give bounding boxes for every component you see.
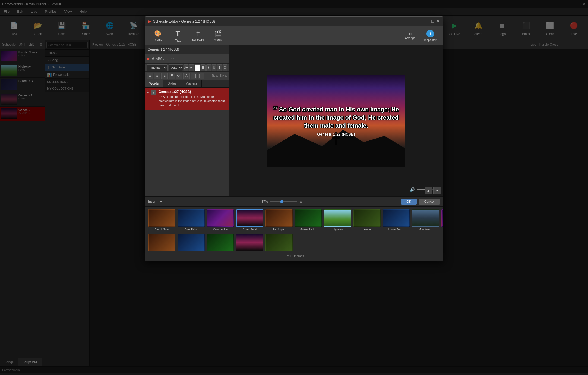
editor-minimize-btn[interactable]: ─ — [426, 19, 429, 24]
editor-toolbar: 🎨 Theme T Text ✝ Scripture 🎬 Media ⊞ Arr… — [145, 26, 443, 45]
volume-icon[interactable]: 🔊 — [410, 187, 415, 192]
editor-close-btn[interactable]: ✕ — [436, 19, 440, 24]
theme-item-1[interactable]: Blue Paint — [178, 209, 205, 231]
strikethrough-btn[interactable]: S — [217, 64, 222, 71]
fullscreen-btn[interactable]: ⊞ — [299, 200, 302, 204]
add-btn[interactable]: ▼ — [159, 200, 163, 204]
theme-row2-4[interactable] — [265, 234, 293, 251]
theme-row2-1[interactable] — [178, 234, 205, 251]
slide-num-0: 1 — [147, 90, 149, 107]
media-tool-btn[interactable]: 🎬 Media — [208, 28, 227, 44]
italic-btn[interactable]: I — [206, 64, 211, 71]
theme-thumb-10 — [441, 209, 443, 227]
format-bar-row2: Tahoma Auto A+ A- B I U S O — [145, 64, 229, 72]
tab-masters[interactable]: Masters — [181, 80, 202, 88]
zoom-slider[interactable] — [270, 201, 297, 202]
cancel-button[interactable]: Cancel — [419, 199, 440, 205]
preview-slide: 27 So God created man in His own image; … — [267, 75, 405, 167]
theme-row2-0[interactable] — [148, 234, 175, 251]
media-tool-icon: 🎬 — [214, 30, 222, 37]
align-right-btn[interactable]: ≡ — [161, 73, 168, 79]
color-swatch[interactable] — [195, 64, 200, 71]
indent-increase-btn[interactable]: |→ — [198, 73, 204, 79]
theme-item-0[interactable]: Beach Sunr — [148, 209, 175, 231]
slide-list: 1 ■ Genesis 1:27 (HCSB) 27 So God create… — [145, 88, 229, 196]
bold-btn[interactable]: B — [201, 64, 206, 71]
nav-arrows: ▲ ▼ — [425, 187, 441, 194]
editor-maximize-btn[interactable]: □ — [431, 19, 434, 24]
editor-bottom-right: OK Cancel — [401, 199, 440, 205]
theme-item-7[interactable]: Leaves — [353, 209, 381, 231]
prev-arrow[interactable]: ▲ — [425, 187, 432, 194]
preview-text-area: 27 So God created man in His own image; … — [267, 75, 405, 167]
theme-tool-btn[interactable]: 🎨 Theme — [148, 28, 167, 44]
theme-row2-thumb-1 — [178, 234, 205, 251]
editor-bottom-center: 37% ⊞ — [165, 200, 399, 204]
slide-body-0: 27 So God created man in His own image; … — [159, 95, 227, 107]
scripture-tool-label: Scripture — [192, 38, 204, 41]
next-arrow[interactable]: ▼ — [433, 187, 441, 194]
font-select[interactable]: Tahoma — [147, 64, 168, 71]
tab-words[interactable]: Words — [145, 80, 163, 88]
shadow-btn[interactable]: A◌ — [176, 73, 182, 79]
text-tool-btn[interactable]: T Text — [168, 28, 187, 44]
undo-btn[interactable]: ↩ — [166, 57, 170, 61]
fontsize-select[interactable]: Auto — [169, 64, 183, 71]
ok-button[interactable]: OK — [401, 199, 416, 205]
insert-label: Insert — [148, 200, 156, 204]
scripture-tool-icon: ✝ — [195, 30, 200, 37]
caps-btn[interactable]: A — [183, 73, 190, 79]
theme-item-3[interactable]: Cross Sunri — [236, 209, 263, 231]
align-extra-btn[interactable]: ⊽ — [169, 73, 175, 79]
theme-row2-thumb-0 — [148, 234, 175, 251]
theme-label-4: Fall Aspen — [265, 228, 293, 231]
editor-tool-sep — [230, 29, 230, 43]
arrange-tool-btn[interactable]: ⊞ Arrange — [401, 28, 420, 44]
tab-slides[interactable]: Slides — [163, 80, 181, 88]
underline-btn[interactable]: U — [212, 64, 216, 71]
editor-title-controls[interactable]: ─ □ ✕ — [426, 19, 440, 24]
verse-num: 27 — [273, 106, 277, 110]
format-bar-row3: ≡ ≡ ≡ ⊽ A◌ A ←| |→ Reset Styles — [145, 72, 229, 80]
align-left-btn[interactable]: ≡ — [147, 73, 153, 79]
theme-item-8[interactable]: Lower Tran... — [383, 209, 410, 231]
theme-thumb-9 — [412, 209, 439, 227]
theme-row2-2[interactable] — [207, 234, 234, 251]
arrange-tool-icon: ⊞ — [409, 32, 412, 36]
theme-label-3: Cross Sunri — [236, 228, 263, 231]
print-icon[interactable]: 🖨 — [151, 57, 155, 61]
spellcheck-icon[interactable]: ABC✓ — [156, 57, 165, 61]
undo-icon[interactable]: ▶ — [147, 56, 150, 61]
theme-thumb-6 — [324, 209, 351, 227]
theme-label-5: Green Radi... — [295, 228, 322, 231]
theme-item-9[interactable]: Mountain ... — [412, 209, 439, 231]
modal-overlay: ▶ Schedule Editor - Genesis 1:27 (HCSB) … — [0, 0, 588, 375]
theme-item-10[interactable]: Purple Cross — [441, 209, 443, 231]
theme-thumb-8 — [383, 209, 410, 227]
slide-item-0[interactable]: 1 ■ Genesis 1:27 (HCSB) 27 So God create… — [145, 88, 229, 110]
editor-item-title: Genesis 1:27 (HCSB) — [145, 45, 229, 54]
inspector-tool-btn[interactable]: ℹ Inspector — [421, 28, 440, 44]
redo-btn[interactable]: ↪ — [171, 57, 174, 61]
theme-label-6: Highway — [324, 228, 351, 231]
theme-item-2[interactable]: Communion — [207, 209, 234, 231]
theme-item-6[interactable]: Highway — [324, 209, 351, 231]
font-increase-btn[interactable]: A+ — [184, 64, 188, 71]
theme-thumb-3 — [236, 209, 263, 227]
text-tool-label: Text — [175, 39, 181, 42]
theme-item-5[interactable]: Green Radi... — [295, 209, 322, 231]
editor-title: ▶ Schedule Editor - Genesis 1:27 (HCSB) — [148, 19, 215, 23]
font-decrease-btn[interactable]: A- — [189, 64, 194, 71]
scripture-tool-btn[interactable]: ✝ Scripture — [188, 28, 207, 44]
slide-type-icon-0: ■ — [151, 90, 156, 95]
themes-footer: 1 of 16 themes — [145, 253, 443, 259]
preview-main-text: 27 So God created man in His own image; … — [271, 105, 401, 130]
theme-item-4[interactable]: Fall Aspen — [265, 209, 293, 231]
outline-btn[interactable]: O — [223, 64, 227, 71]
indent-decrease-btn[interactable]: ←| — [191, 73, 197, 79]
theme-label-2: Communion — [207, 228, 234, 231]
theme-row2-3[interactable] — [236, 234, 263, 251]
themes-panel: Beach Sunr Blue Paint Communion Cross Su… — [145, 206, 443, 261]
reset-styles-btn[interactable]: Reset Styles — [212, 74, 227, 77]
align-center-btn[interactable]: ≡ — [154, 73, 160, 79]
